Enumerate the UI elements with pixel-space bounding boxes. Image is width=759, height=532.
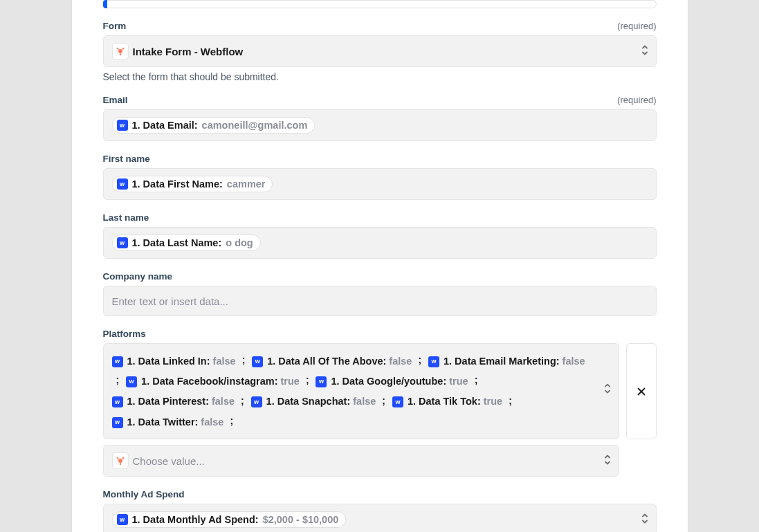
webflow-icon: w	[316, 376, 327, 387]
chevron-updown-icon	[641, 44, 649, 59]
platform-token-value: true	[484, 392, 502, 412]
adspend-token-value: $2,000 - $10,000	[263, 514, 339, 525]
close-icon	[635, 385, 648, 398]
separator: ;	[382, 395, 385, 406]
platform-token-value: false	[563, 352, 585, 372]
email-token[interactable]: w 1. Data Email: camoneill@gmail.com	[112, 117, 316, 134]
platforms-remove-button[interactable]	[626, 343, 657, 439]
lastname-token[interactable]: w 1. Data Last Name: o dog	[112, 235, 261, 251]
firstname-token-label: 1. Data First Name:	[132, 178, 223, 190]
email-field-group: Email (required) w 1. Data Email: camone…	[103, 95, 657, 141]
company-label: Company name	[103, 271, 173, 282]
email-label: Email	[103, 95, 128, 105]
platform-token-label: 1. Data Twitter:	[127, 413, 199, 432]
firstname-input[interactable]: w 1. Data First Name: cammer	[103, 168, 657, 200]
webflow-icon: w	[251, 396, 262, 407]
platform-token[interactable]: w1. Data Email Marketing: false	[428, 352, 587, 372]
firstname-token-value: cammer	[227, 178, 266, 190]
webflow-icon: w	[392, 396, 403, 407]
adspend-label: Monthly Ad Spend	[103, 489, 185, 499]
platform-token[interactable]: w1. Data Twitter: false	[112, 413, 226, 432]
webflow-icon: w	[117, 237, 128, 248]
platform-token[interactable]: w1. Data Linked In: false	[112, 352, 238, 372]
chevron-updown-icon	[603, 454, 612, 468]
platform-token-label: 1. Data Linked In:	[127, 352, 210, 372]
platforms-label: Platforms	[103, 329, 146, 339]
firstname-token[interactable]: w 1. Data First Name: cammer	[112, 176, 273, 192]
webflow-icon: w	[126, 376, 137, 387]
webflow-icon: w	[112, 356, 123, 367]
platform-token-value: false	[213, 352, 236, 372]
email-input[interactable]: w 1. Data Email: camoneill@gmail.com	[103, 109, 657, 141]
platform-token[interactable]: w1. Data Snapchat: false	[251, 392, 378, 412]
form-select[interactable]: Intake Form - Webflow	[103, 35, 657, 67]
form-value: Intake Form - Webflow	[133, 46, 244, 57]
webflow-icon: w	[112, 417, 123, 428]
separator: ;	[418, 354, 421, 365]
lastname-token-label: 1. Data Last Name:	[132, 237, 222, 248]
blue-edge	[103, 0, 107, 8]
separator: ;	[116, 374, 120, 385]
separator: ;	[230, 415, 233, 426]
platform-token[interactable]: w1. Data Facebook/instagram: true	[126, 372, 302, 392]
hubspot-icon	[112, 43, 129, 59]
platform-token[interactable]: w1. Data Tik Tok: true	[392, 392, 504, 412]
top-partial-card	[103, 0, 657, 8]
form-label: Form	[103, 21, 127, 31]
platform-token-value: false	[212, 392, 235, 412]
email-token-label: 1. Data Email:	[132, 120, 198, 131]
platform-token-label: 1. Data Google/youtube:	[331, 372, 446, 392]
webflow-icon: w	[117, 178, 128, 190]
lastname-input[interactable]: w 1. Data Last Name: o dog	[103, 227, 657, 259]
separator: ;	[241, 395, 244, 406]
webflow-icon: w	[117, 514, 128, 525]
platforms-choose-placeholder: Choose value...	[133, 455, 205, 467]
platforms-input[interactable]: w1. Data Linked In: false; w1. Data All …	[103, 343, 619, 439]
email-required: (required)	[617, 95, 656, 105]
lastname-label: Last name	[103, 212, 149, 223]
platform-token-value: true	[280, 372, 299, 392]
form-helper: Select the form that should be submitted…	[103, 71, 657, 82]
form-field-group: Form (required) Intake Form - Webflow	[103, 21, 657, 82]
email-token-value: camoneill@gmail.com	[202, 120, 308, 131]
lastname-token-value: o dog	[226, 237, 253, 248]
platform-token-label: 1. Data Snapchat:	[266, 392, 351, 412]
company-field-group: Company name Enter text or insert data..…	[103, 271, 657, 316]
separator: ;	[242, 354, 246, 365]
platform-token-value: false	[201, 413, 223, 432]
webflow-icon: w	[252, 356, 263, 367]
adspend-select[interactable]: w 1. Data Monthly Ad Spend: $2,000 - $10…	[103, 504, 657, 532]
platform-token[interactable]: w1. Data Pinterest: false	[112, 392, 237, 412]
separator: ;	[509, 395, 512, 406]
platform-token[interactable]: w1. Data All Of The Above: false	[252, 352, 414, 372]
company-input[interactable]: Enter text or insert data...	[103, 286, 657, 316]
platform-token-label: 1. Data Pinterest:	[127, 392, 209, 412]
adspend-token[interactable]: w 1. Data Monthly Ad Spend: $2,000 - $10…	[112, 511, 347, 528]
white-strip	[107, 0, 657, 8]
separator: ;	[306, 374, 309, 385]
webflow-icon: w	[117, 120, 128, 131]
platform-token-label: 1. Data Tik Tok:	[408, 392, 481, 412]
chevron-updown-icon	[641, 513, 649, 527]
platform-token-label: 1. Data Email Marketing:	[443, 352, 560, 372]
webflow-icon: w	[112, 396, 123, 407]
firstname-field-group: First name w 1. Data First Name: cammer	[103, 154, 657, 200]
platform-token-value: true	[449, 372, 468, 392]
webflow-icon: w	[428, 356, 439, 367]
separator: ;	[475, 374, 478, 385]
platforms-choose-select[interactable]: Choose value...	[103, 445, 619, 477]
platform-token-value: false	[389, 352, 412, 372]
adspend-token-label: 1. Data Monthly Ad Spend:	[132, 514, 259, 525]
platform-token-value: false	[353, 392, 376, 412]
hubspot-icon	[112, 452, 129, 469]
platform-token-label: 1. Data Facebook/instagram:	[141, 372, 277, 392]
platform-token[interactable]: w1. Data Google/youtube: true	[316, 372, 470, 392]
form-required: (required)	[617, 21, 656, 31]
firstname-label: First name	[103, 154, 150, 164]
adspend-field-group: Monthly Ad Spend w 1. Data Monthly Ad Sp…	[103, 489, 657, 532]
company-placeholder: Enter text or insert data...	[112, 295, 228, 307]
platform-token-label: 1. Data All Of The Above:	[267, 352, 386, 372]
chevron-updown-icon	[603, 382, 612, 401]
lastname-field-group: Last name w 1. Data Last Name: o dog	[103, 212, 657, 259]
platforms-field-group: Platforms w1. Data Linked In: false; w1.…	[103, 329, 657, 477]
